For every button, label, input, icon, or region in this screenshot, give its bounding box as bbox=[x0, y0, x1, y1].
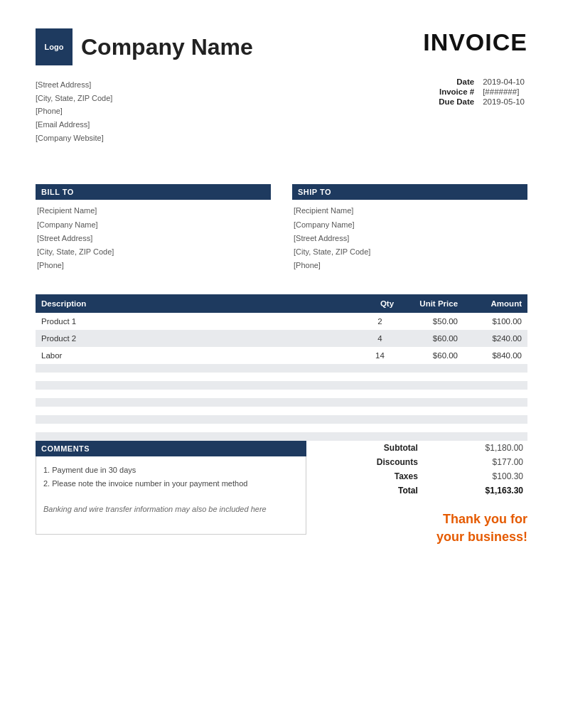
taxes-row: Taxes $100.30 bbox=[331, 469, 527, 483]
taxes-value: $100.30 bbox=[428, 469, 527, 483]
ship-company: [Company Name] bbox=[294, 218, 527, 232]
row-unit-price: $60.00 bbox=[400, 347, 463, 364]
ship-to-header: SHIP TO bbox=[292, 184, 527, 200]
row-unit-price bbox=[400, 364, 463, 373]
row-description: Labor bbox=[36, 347, 360, 364]
row-description bbox=[36, 407, 360, 415]
bill-company: [Company Name] bbox=[37, 218, 271, 232]
bottom-section: COMMENTS 1. Payment due in 30 days 2. Pl… bbox=[36, 441, 527, 546]
row-qty bbox=[360, 432, 400, 441]
subtotal-value: $1,180.00 bbox=[428, 441, 527, 455]
row-description bbox=[36, 381, 360, 390]
totals-block: Subtotal $1,180.00 Discounts $177.00 Tax… bbox=[331, 441, 527, 546]
bill-to-body: [Recipient Name] [Company Name] [Street … bbox=[36, 204, 271, 272]
row-unit-price bbox=[400, 415, 463, 424]
table-row bbox=[36, 415, 527, 424]
ship-recipient: [Recipient Name] bbox=[294, 204, 527, 218]
thank-you-line2: your business! bbox=[436, 530, 527, 544]
col-amount-header: Amount bbox=[463, 294, 527, 313]
row-description: Product 1 bbox=[36, 313, 360, 330]
row-amount bbox=[463, 390, 527, 398]
row-unit-price bbox=[400, 432, 463, 441]
table-row bbox=[36, 381, 527, 390]
company-phone: [Phone] bbox=[36, 105, 112, 118]
ship-city: [City, State, ZIP Code] bbox=[294, 245, 527, 259]
row-amount bbox=[463, 415, 527, 424]
row-amount: $840.00 bbox=[463, 347, 527, 364]
ship-phone: [Phone] bbox=[294, 259, 527, 272]
invoice-num-label: Invoice # bbox=[436, 87, 480, 97]
comments-body: 1. Payment due in 30 days 2. Please note… bbox=[36, 456, 306, 535]
date-section: Date 2019-04-10 Invoice # [#######] Due … bbox=[436, 77, 527, 164]
row-unit-price bbox=[400, 373, 463, 381]
company-name: Company Name bbox=[81, 34, 253, 60]
company-street: [Street Address] bbox=[36, 78, 112, 92]
bill-phone: [Phone] bbox=[37, 259, 271, 272]
row-unit-price: $50.00 bbox=[400, 313, 463, 330]
row-description bbox=[36, 373, 360, 381]
row-qty bbox=[360, 424, 400, 432]
invoice-header: Logo Company Name INVOICE bbox=[36, 28, 527, 65]
table-row: Product 2 4 $60.00 $240.00 bbox=[36, 330, 527, 347]
thank-you-line1: Thank you for bbox=[443, 512, 527, 526]
row-unit-price bbox=[400, 424, 463, 432]
col-description-header: Description bbox=[36, 294, 360, 313]
table-row bbox=[36, 390, 527, 398]
table-header-row: Description Qty Unit Price Amount bbox=[36, 294, 527, 313]
row-unit-price bbox=[400, 407, 463, 415]
ship-to-block: SHIP TO [Recipient Name] [Company Name] … bbox=[292, 184, 527, 272]
row-qty bbox=[360, 381, 400, 390]
row-description bbox=[36, 390, 360, 398]
row-unit-price bbox=[400, 390, 463, 398]
bill-to-header: BILL TO bbox=[36, 184, 271, 200]
row-description: Product 2 bbox=[36, 330, 360, 347]
comment-line2: 2. Please note the invoice number in you… bbox=[43, 477, 299, 491]
date-row: Date 2019-04-10 bbox=[436, 77, 527, 87]
row-unit-price bbox=[400, 381, 463, 390]
row-description bbox=[36, 432, 360, 441]
comments-header: COMMENTS bbox=[36, 441, 306, 456]
address-section: BILL TO [Recipient Name] [Company Name] … bbox=[36, 184, 527, 272]
due-date-value: 2019-05-10 bbox=[480, 97, 527, 107]
row-amount bbox=[463, 373, 527, 381]
ship-to-body: [Recipient Name] [Company Name] [Street … bbox=[292, 204, 527, 272]
due-date-row: Due Date 2019-05-10 bbox=[436, 97, 527, 107]
discounts-label: Discounts bbox=[331, 455, 428, 469]
row-amount: $100.00 bbox=[463, 313, 527, 330]
date-table: Date 2019-04-10 Invoice # [#######] Due … bbox=[436, 77, 527, 107]
discounts-row: Discounts $177.00 bbox=[331, 455, 527, 469]
table-row: Product 1 2 $50.00 $100.00 bbox=[36, 313, 527, 330]
taxes-label: Taxes bbox=[331, 469, 428, 483]
meta-row: [Street Address] [City, State, ZIP Code]… bbox=[36, 78, 527, 164]
table-row: Labor 14 $60.00 $840.00 bbox=[36, 347, 527, 364]
totals-table: Subtotal $1,180.00 Discounts $177.00 Tax… bbox=[331, 441, 527, 498]
row-qty bbox=[360, 373, 400, 381]
row-description bbox=[36, 415, 360, 424]
row-qty: 2 bbox=[360, 313, 400, 330]
row-qty bbox=[360, 415, 400, 424]
row-description bbox=[36, 424, 360, 432]
total-row: Total $1,163.30 bbox=[331, 483, 527, 498]
col-qty-header: Qty bbox=[360, 294, 400, 313]
row-unit-price: $60.00 bbox=[400, 330, 463, 347]
row-qty bbox=[360, 390, 400, 398]
ship-street: [Street Address] bbox=[294, 232, 527, 245]
date-label: Date bbox=[436, 77, 480, 87]
subtotal-label: Subtotal bbox=[331, 441, 428, 455]
discounts-value: $177.00 bbox=[428, 455, 527, 469]
total-value: $1,163.30 bbox=[428, 483, 527, 498]
table-row bbox=[36, 398, 527, 407]
invoice-num-row: Invoice # [#######] bbox=[436, 87, 527, 97]
row-qty: 14 bbox=[360, 347, 400, 364]
row-unit-price bbox=[400, 398, 463, 407]
table-row bbox=[36, 373, 527, 381]
bill-street: [Street Address] bbox=[37, 232, 271, 245]
subtotal-row: Subtotal $1,180.00 bbox=[331, 441, 527, 455]
bill-city: [City, State, ZIP Code] bbox=[37, 245, 271, 259]
row-amount bbox=[463, 432, 527, 441]
company-city: [City, State, ZIP Code] bbox=[36, 92, 112, 105]
row-qty bbox=[360, 398, 400, 407]
company-info: [Street Address] [City, State, ZIP Code]… bbox=[36, 78, 112, 144]
table-row bbox=[36, 424, 527, 432]
bill-recipient: [Recipient Name] bbox=[37, 204, 271, 218]
